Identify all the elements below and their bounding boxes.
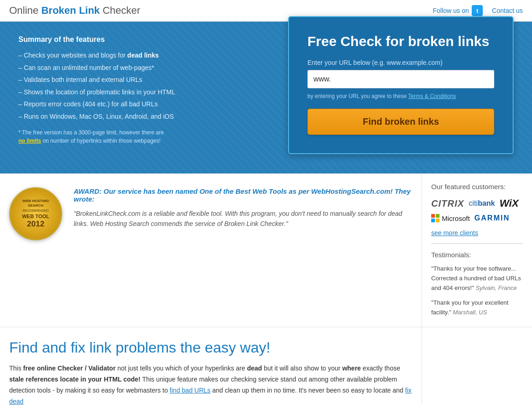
award-title: AWARD: Our service has been named One of… bbox=[74, 187, 412, 203]
find-fix-content: Find and fix link problems the easy way!… bbox=[0, 327, 422, 405]
badge-line2: Search bbox=[28, 203, 44, 208]
follow-link[interactable]: Follow us on t bbox=[433, 5, 483, 16]
features-panel: Summary of the features – Checks your we… bbox=[0, 22, 258, 174]
find-fix-para: This free online Checker / Validator not… bbox=[9, 363, 412, 405]
features-heading: Summary of the features bbox=[18, 35, 244, 44]
follow-label: Follow us on bbox=[433, 7, 469, 14]
header-links: Follow us on t Contact us bbox=[433, 5, 523, 16]
hero-section: Summary of the features – Checks your we… bbox=[0, 22, 532, 174]
see-more-clients-link[interactable]: see more clients bbox=[431, 229, 523, 237]
customers-heading: Our featured customers: bbox=[431, 183, 523, 191]
terms-text: by entering your URL you agree to these … bbox=[307, 93, 494, 99]
checker-heading: Free Check for broken links bbox=[307, 33, 494, 50]
sidebar-divider bbox=[431, 243, 523, 244]
title-end: Checker bbox=[100, 5, 140, 16]
twitter-icon: t bbox=[472, 5, 483, 16]
badge-line4: WEB TOOL bbox=[22, 213, 49, 220]
feature-item-3: – Validates both internal and external U… bbox=[18, 74, 244, 86]
find-bad-urls-link[interactable]: find bad URLs bbox=[170, 387, 211, 394]
find-fix-sidebar-spacer bbox=[422, 327, 532, 405]
testimonial-2: "Thank you for your excellent facility."… bbox=[431, 298, 523, 318]
title-bold: Broken Link bbox=[41, 5, 100, 16]
badge-line1: Web Hosting bbox=[23, 199, 49, 203]
find-fix-section: Find and fix link problems the easy way!… bbox=[0, 327, 532, 405]
site-title: Online Broken Link Checker bbox=[9, 5, 140, 17]
url-input[interactable] bbox=[307, 70, 494, 88]
logo-citibank: citibank bbox=[469, 199, 495, 208]
badge-line3: RECOMMENDED bbox=[23, 209, 48, 213]
find-broken-links-button[interactable]: Find broken links bbox=[307, 109, 494, 135]
terms-link[interactable]: Terms & Conditions bbox=[408, 93, 456, 99]
logo-citrix: CITRIX bbox=[431, 198, 464, 209]
features-list: – Checks your websites and blogs for dea… bbox=[18, 49, 244, 123]
customer-logos: CITRIX citibank WiX Microsoft GARMIN bbox=[431, 197, 523, 222]
award-customers-row: Web Hosting Search RECOMMENDED WEB TOOL … bbox=[0, 174, 532, 327]
feature-item-1: – Checks your websites and blogs for dea… bbox=[18, 49, 244, 62]
award-badge: Web Hosting Search RECOMMENDED WEB TOOL … bbox=[9, 187, 62, 318]
testimonials-heading: Testimonials: bbox=[431, 251, 523, 259]
award-quote: "BrokenLinkCheck.com is a reliable and f… bbox=[74, 208, 412, 229]
checker-panel: Free Check for broken links Enter your U… bbox=[288, 16, 514, 154]
contact-link[interactable]: Contact us bbox=[492, 7, 523, 14]
logo-garmin: GARMIN bbox=[474, 214, 510, 222]
feature-item-5: – Reports error codes (404 etc.) for all… bbox=[18, 98, 244, 110]
logo-wix: WiX bbox=[499, 197, 518, 209]
title-plain: Online bbox=[9, 5, 41, 16]
feature-item-2: – Can scan an unlimited number of web-pa… bbox=[18, 62, 244, 74]
feature-item-4: – Shows the location of problematic link… bbox=[18, 86, 244, 98]
find-fix-heading: Find and fix link problems the easy way! bbox=[9, 339, 412, 356]
url-label: Enter your URL below (e.g. www.example.c… bbox=[307, 59, 494, 66]
feature-item-6: – Runs on Windows, Mac OS, Linux, Androi… bbox=[18, 110, 244, 123]
sidebar-customers: Our featured customers: CITRIX citibank … bbox=[422, 174, 532, 327]
no-limits-link[interactable]: no limits bbox=[18, 138, 41, 144]
testimonial-1: "Thanks for your free software... Correc… bbox=[431, 264, 523, 293]
badge-year: 2012 bbox=[27, 220, 45, 229]
award-section: Web Hosting Search RECOMMENDED WEB TOOL … bbox=[0, 174, 422, 327]
award-text: AWARD: Our service has been named One of… bbox=[74, 187, 412, 318]
features-note: * The free version has a 3000-page limit… bbox=[18, 128, 244, 145]
logo-microsoft: Microsoft bbox=[431, 214, 470, 222]
